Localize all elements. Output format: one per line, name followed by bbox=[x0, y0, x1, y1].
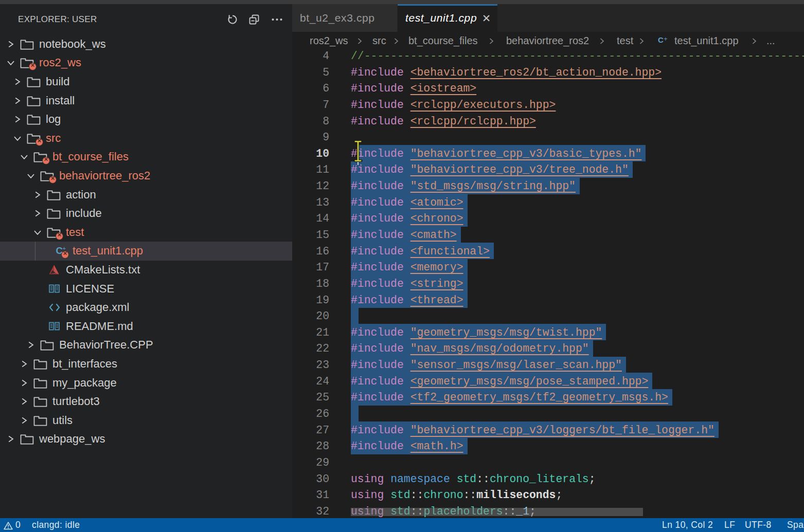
svg-text:C: C bbox=[658, 35, 664, 44]
svg-text:+: + bbox=[664, 35, 668, 43]
